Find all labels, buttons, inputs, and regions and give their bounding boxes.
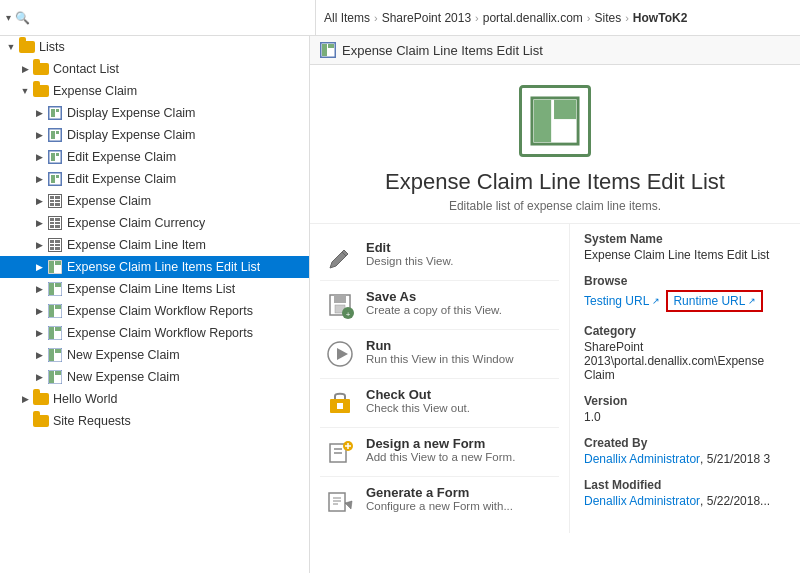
sidebar-item-expense-claim-list[interactable]: ▶ Expense Claim (0, 190, 309, 212)
last-modified-value: Denallix Administrator, 5/22/2018... (584, 494, 786, 508)
action-save-as[interactable]: + Save As Create a copy of this View. (320, 281, 559, 330)
breadcrumb-sep-1: › (374, 12, 378, 24)
svg-rect-52 (329, 493, 345, 511)
action-design-form[interactable]: Design a new Form Add this View to a new… (320, 428, 559, 477)
testing-url-link[interactable]: Testing URL ↗ (584, 294, 660, 308)
system-name-label: System Name (584, 232, 786, 246)
last-modified-row: Last Modified Denallix Administrator, 5/… (584, 478, 786, 508)
breadcrumb-all-items[interactable]: All Items (324, 11, 370, 25)
sidebar-item-eclil[interactable]: ▶ Expense Claim Line Items List (0, 278, 309, 300)
sidebar-item-expense-claim[interactable]: ▼ Expense Claim (0, 80, 309, 102)
checkout-icon (324, 387, 356, 419)
lists-folder-icon (18, 39, 36, 55)
last-modified-label: Last Modified (584, 478, 786, 492)
breadcrumb-howto[interactable]: HowToK2 (633, 11, 687, 25)
checkout-text: Check Out Check this View out. (366, 387, 470, 414)
sidebar-item-nec-2[interactable]: ▶ New Expense Claim (0, 366, 309, 388)
sidebar-item-ecwr-2[interactable]: ▶ Expense Claim Workflow Reports (0, 322, 309, 344)
hero-section: Expense Claim Line Items Edit List Edita… (310, 65, 800, 224)
sr-label: Site Requests (53, 414, 131, 428)
sidebar-item-contact-list[interactable]: ▶ Contact List (0, 58, 309, 80)
checkout-title: Check Out (366, 387, 470, 402)
sidebar-item-display-ec-1[interactable]: ▶ Display Expense Claim (0, 102, 309, 124)
top-bar-left: ▾ 🔍 (6, 0, 316, 35)
browse-row: Browse Testing URL ↗ Runtime URL ↗ (584, 274, 786, 312)
generate-form-text: Generate a Form Configure a new Form wit… (366, 485, 513, 512)
breadcrumb-portal[interactable]: portal.denallix.com (483, 11, 583, 25)
svg-rect-34 (534, 100, 551, 142)
action-checkout[interactable]: Check Out Check this View out. (320, 379, 559, 428)
expense-claim-folder-icon (32, 83, 50, 99)
svg-text:+: + (346, 310, 351, 319)
generate-form-desc: Configure a new Form with... (366, 500, 513, 512)
chevron-down-icon[interactable]: ▾ (6, 12, 11, 23)
svg-rect-31 (322, 44, 327, 56)
last-modified-link[interactable]: Denallix Administrator (584, 494, 700, 508)
created-by-link[interactable]: Denallix Administrator (584, 452, 700, 466)
version-label: Version (584, 394, 786, 408)
ecl-icon (46, 193, 64, 209)
runtime-url-box[interactable]: Runtime URL ↗ (666, 290, 763, 312)
ecwr2-expander: ▶ (32, 328, 46, 338)
category-value: SharePoint 2013\portal.denallix.com\Expe… (584, 340, 786, 382)
svg-rect-8 (56, 153, 59, 156)
action-edit[interactable]: Edit Design this View. (320, 232, 559, 281)
sidebar-item-nec-1[interactable]: ▶ New Expense Claim (0, 344, 309, 366)
breadcrumb-sharepoint[interactable]: SharePoint 2013 (382, 11, 471, 25)
sr-folder-icon (32, 413, 50, 429)
edit-icon (324, 240, 356, 272)
run-desc: Run this View in this Window (366, 353, 513, 365)
eec1-label: Edit Expense Claim (67, 150, 176, 164)
sidebar-item-edit-ec-1[interactable]: ▶ Edit Expense Claim (0, 146, 309, 168)
actions-list: Edit Design this View. + (310, 224, 570, 533)
sidebar-item-edit-ec-2[interactable]: ▶ Edit Expense Claim (0, 168, 309, 190)
ecli-expander: ▶ (32, 240, 46, 250)
run-title: Run (366, 338, 513, 353)
search-icon[interactable]: 🔍 (15, 11, 30, 25)
svg-rect-5 (56, 131, 59, 134)
svg-rect-28 (49, 371, 54, 383)
svg-rect-22 (49, 327, 54, 339)
expense-claim-label: Expense Claim (53, 84, 137, 98)
run-text: Run Run this View in this Window (366, 338, 513, 365)
save-as-desc: Create a copy of this View. (366, 304, 502, 316)
svg-rect-11 (56, 175, 59, 178)
runtime-url-ext-icon: ↗ (748, 296, 756, 306)
created-by-row: Created By Denallix Administrator, 5/21/… (584, 436, 786, 466)
hero-icon-inner (530, 96, 580, 146)
sidebar-item-display-ec-2[interactable]: ▶ Display Expense Claim (0, 124, 309, 146)
nec2-label: New Expense Claim (67, 370, 180, 384)
dec2-icon (46, 127, 64, 143)
sidebar-item-expense-claim-line-item[interactable]: ▶ Expense Claim Line Item (0, 234, 309, 256)
sidebar-item-lists[interactable]: ▼ Lists (0, 36, 309, 58)
sidebar-item-ecliel[interactable]: ▶ Expense Claim Line Items Edit List (0, 256, 309, 278)
action-run[interactable]: Run Run this View in this Window (320, 330, 559, 379)
ecwr1-label: Expense Claim Workflow Reports (67, 304, 253, 318)
breadcrumb-sep-3: › (587, 12, 591, 24)
contact-list-folder-icon (32, 61, 50, 77)
ecli-label: Expense Claim Line Item (67, 238, 206, 252)
svg-rect-1 (51, 109, 55, 117)
design-form-text: Design a new Form Add this View to a new… (366, 436, 515, 463)
ecwr2-label: Expense Claim Workflow Reports (67, 326, 253, 340)
content-title-icon (320, 42, 336, 58)
sidebar-item-expense-claim-currency[interactable]: ▶ Expense Claim Currency (0, 212, 309, 234)
sidebar-item-site-requests[interactable]: Site Requests (0, 410, 309, 432)
runtime-url-link[interactable]: Runtime URL ↗ (673, 294, 756, 308)
run-icon (324, 338, 356, 370)
sidebar-item-ecwr-1[interactable]: ▶ Expense Claim Workflow Reports (0, 300, 309, 322)
dec1-label: Display Expense Claim (67, 106, 196, 120)
edit-text: Edit Design this View. (366, 240, 453, 267)
ecliel-icon (46, 259, 64, 275)
sidebar-item-hello-world[interactable]: ▶ Hello World (0, 388, 309, 410)
ecc-expander: ▶ (32, 218, 46, 228)
main-layout: ▼ Lists ▶ Contact List ▼ Expense Claim ▶ (0, 36, 800, 573)
breadcrumb-sites[interactable]: Sites (595, 11, 622, 25)
ecwr1-expander: ▶ (32, 306, 46, 316)
eclil-expander: ▶ (32, 284, 46, 294)
browse-label: Browse (584, 274, 786, 288)
action-generate-form[interactable]: Generate a Form Configure a new Form wit… (320, 477, 559, 525)
expense-claim-expander: ▼ (18, 86, 32, 96)
eclil-icon (46, 281, 64, 297)
svg-rect-16 (49, 283, 54, 295)
